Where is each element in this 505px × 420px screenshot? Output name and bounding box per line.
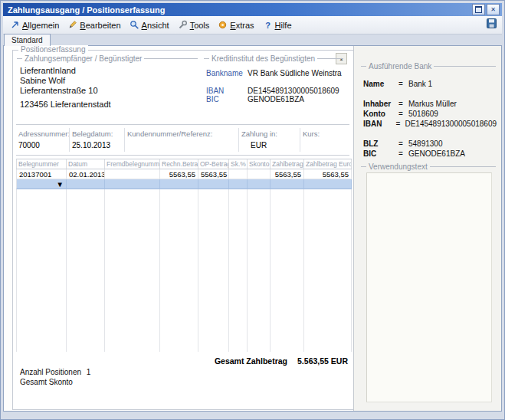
kundennummer-value[interactable] — [127, 141, 212, 149]
gesamt-zahlbetrag-row: Gesamt Zahlbetrag 5.563,55 EUR — [215, 356, 348, 366]
cell-empty[interactable] — [67, 179, 105, 189]
column-header[interactable]: Skonto — [248, 159, 271, 169]
cell-rechn-betrag[interactable]: 5563,55 — [160, 169, 198, 179]
cell-empty[interactable] — [198, 179, 229, 189]
menu-extras-label: Extras — [230, 21, 254, 30]
anzahl-positionen-label: Anzahl Positionen — [20, 368, 84, 376]
cell-empty[interactable] — [304, 179, 352, 189]
cell-empty[interactable] — [105, 179, 160, 189]
column-header[interactable]: OP-Betrag — [198, 159, 229, 169]
bank-name-value: Bank 1 — [408, 80, 432, 88]
anzahl-positionen-value: 1 — [87, 368, 91, 376]
cell-belegnummer[interactable]: 20137001 — [16, 169, 67, 179]
bankname-row: Bankname VR Bank Südliche Weinstra — [206, 69, 342, 77]
payee-name: LieferantInland — [20, 66, 111, 76]
payee-city: 123456 Lieferantenstadt — [20, 100, 111, 110]
payee-address-block: LieferantInland Sabine Wolf Lieferantens… — [20, 66, 111, 110]
bic-value[interactable]: GENODE61BZA — [248, 95, 304, 103]
equals-sign: = — [398, 80, 408, 88]
bank-blz-label: BLZ — [363, 139, 398, 148]
bank-inhaber-value: Markus Müller — [408, 100, 457, 108]
bank-iban-row: IBAN = DE1454891300005018609 — [363, 119, 497, 129]
bank-iban-value: DE1454891300005018609 — [405, 120, 497, 128]
equals-sign: = — [398, 110, 408, 118]
selected-new-row[interactable]: ▼ — [16, 179, 352, 189]
titlebar[interactable]: Zahlungsausgang / Positionserfassung ✕ — [3, 3, 502, 16]
gesamt-zahlbetrag-label: Gesamt Zahlbetrag — [215, 356, 287, 366]
column-header[interactable]: Rechn.Betrag — [160, 159, 198, 169]
verwendungstext-area[interactable] — [366, 172, 492, 402]
menu-allgemein[interactable]: Allgemein — [7, 18, 64, 31]
column-header[interactable]: Sk.% — [229, 159, 248, 169]
menu-extras[interactable]: Extras — [215, 18, 259, 31]
cell-empty[interactable] — [248, 179, 271, 189]
bank-blz-row: BLZ = 54891300 — [363, 139, 497, 149]
gesamt-skonto-label: Gesamt Skonto — [20, 378, 73, 386]
bank-group-legend: Kreditinstitut des Begünstigten — [204, 54, 343, 63]
positionserfassung-legend: Positionserfassung — [18, 45, 88, 54]
column-header[interactable]: Zahlbetrag Euro — [304, 159, 352, 169]
adressnummer-field: Adressnummer: 70000 — [18, 130, 70, 149]
grid-column — [105, 189, 160, 352]
column-header[interactable]: Belegnummer — [16, 159, 67, 169]
column-header[interactable]: Fremdbelegnummer — [105, 159, 160, 169]
field-separator — [238, 128, 239, 152]
dropdown-icon: ▼ — [57, 180, 64, 189]
executing-bank-fields: Name = Bank 1 Inhaber = Markus Müller Ko… — [363, 79, 497, 159]
grid-column — [248, 189, 271, 352]
restore-icon — [475, 6, 482, 13]
content-area: Positionserfassung ▲ Zahlungsempfänger /… — [3, 45, 502, 412]
cell-fremdbelegnummer[interactable] — [105, 169, 160, 179]
kurs-value[interactable] — [303, 141, 320, 149]
belegnummer-dropdown[interactable]: ▼ — [16, 179, 67, 189]
menu-hilfe[interactable]: ? Hilfe — [260, 18, 297, 31]
column-header[interactable]: Zahlbetrag — [271, 159, 304, 169]
restore-button[interactable] — [472, 4, 485, 15]
zahlung-in-value[interactable]: EUR — [241, 141, 277, 149]
cell-empty[interactable] — [271, 179, 304, 189]
save-button[interactable] — [485, 17, 498, 33]
cell-datum[interactable]: 02.01.2013 — [67, 169, 105, 179]
cell-skonto[interactable] — [248, 169, 271, 179]
cell-op-betrag[interactable]: 5563,55 — [198, 169, 229, 179]
svg-text:?: ? — [265, 21, 271, 30]
grid-column — [67, 189, 105, 352]
magnifier-icon — [130, 20, 139, 30]
wrench-icon — [178, 20, 188, 30]
menu-tools-label: Tools — [190, 21, 210, 30]
belegdatum-value[interactable]: 25.10.2013 — [72, 141, 113, 149]
cell-empty[interactable] — [160, 179, 198, 189]
menu-ansicht[interactable]: Ansicht — [126, 18, 175, 31]
cell-sk-prozent[interactable] — [229, 169, 248, 179]
menu-tools[interactable]: Tools — [175, 18, 215, 31]
kurs-field: Kurs: — [303, 130, 320, 149]
grid-column — [160, 189, 198, 352]
executing-bank-panel: Ausführende Bank Name = Bank 1 Inhaber =… — [353, 46, 501, 411]
bank-konto-label: Konto — [363, 110, 398, 118]
gesamt-zahlbetrag-value: 5.563,55 EUR — [297, 356, 348, 366]
grid-column — [229, 189, 248, 352]
table-row[interactable]: 20137001 02.01.2013 5563,55 5563,55 5563… — [16, 169, 352, 179]
help-icon: ? — [263, 20, 273, 30]
menu-bearbeiten[interactable]: Bearbeiten — [64, 18, 126, 31]
grid-column — [304, 189, 352, 352]
bank-inhaber-label: Inhaber — [363, 100, 398, 108]
tab-standard[interactable]: Standard — [4, 34, 51, 46]
anzahl-positionen-row: Anzahl Positionen 1 — [20, 368, 90, 376]
close-button[interactable]: ✕ — [487, 4, 500, 15]
payee-street: Lieferantenstraße 10 — [20, 86, 111, 96]
iban-row: IBAN DE1454891300005018609 — [206, 87, 339, 95]
menu-allgemein-label: Allgemein — [22, 21, 59, 30]
executing-bank-legend: Ausführende Bank — [361, 62, 496, 71]
iban-value[interactable]: DE1454891300005018609 — [248, 87, 339, 95]
column-header[interactable]: Datum — [67, 159, 105, 169]
adressnummer-value[interactable]: 70000 — [18, 141, 70, 149]
equals-sign: = — [398, 100, 408, 108]
positions-table-header: Belegnummer Datum Fremdbelegnummer Rechn… — [16, 159, 352, 169]
cell-zahlbetrag[interactable]: 5563,55 — [271, 169, 304, 179]
cell-zahlbetrag-euro[interactable]: 5563,55 — [304, 169, 352, 179]
bankname-value[interactable]: VR Bank Südliche Weinstra — [248, 69, 342, 77]
window-title: Zahlungsausgang / Positionserfassung — [8, 5, 471, 15]
kundennummer-field: Kundennummer/Referenz: — [127, 130, 212, 149]
cell-empty[interactable] — [229, 179, 248, 189]
